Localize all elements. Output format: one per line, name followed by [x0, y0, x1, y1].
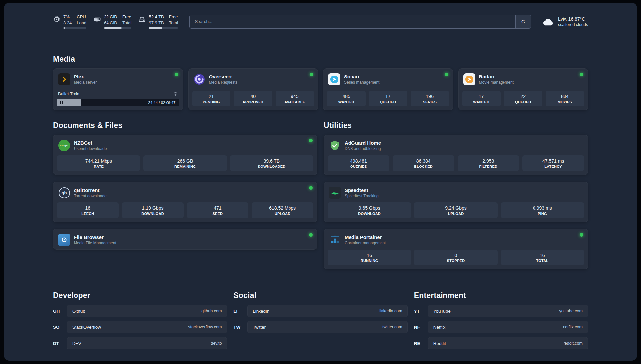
- section-title-media: Media: [53, 55, 588, 64]
- card-header: File Browser Media File Management: [57, 233, 313, 248]
- bookmark-name: DEV: [72, 341, 81, 346]
- stats-row: 485 WANTED 17 QUEUED 196 SERIES: [327, 91, 449, 106]
- bookmark-url: stackoverflow.com: [188, 325, 222, 329]
- app-card-plex[interactable]: Plex Media server Bullet Train: [53, 68, 183, 110]
- metric-labels: Free Total: [122, 15, 131, 25]
- stat-value: 17: [464, 94, 500, 99]
- app-card-speedtest[interactable]: Speedtest Speedtest Tracking 9.65 Gbps D…: [324, 182, 588, 222]
- developer-section: Developer GH Github github.com SO StackO…: [53, 291, 227, 353]
- app-name: File Browser: [74, 234, 116, 240]
- stat-label: QUEUED: [505, 100, 541, 104]
- twitter-code-icon: TW: [233, 325, 247, 330]
- status-dot: [309, 139, 313, 142]
- stat-value: 39.6 TB: [231, 158, 312, 164]
- bookmark-row-twitter: TW Twitter twitter.com: [233, 321, 407, 333]
- speedtest-icon: [329, 187, 341, 199]
- overseerr-icon: [193, 73, 205, 85]
- gear-icon[interactable]: [173, 91, 178, 96]
- social-section: Social LI LinkedIn linkedin.com TW Twitt…: [233, 291, 407, 337]
- cpu-progress-bar: [63, 27, 86, 29]
- bookmark-link-reddit[interactable]: Reddit reddit.com: [428, 337, 588, 349]
- bookmark-link-youtube[interactable]: YouTube youtube.com: [428, 305, 588, 317]
- bookmark-link-linkedin[interactable]: LinkedIn linkedin.com: [247, 305, 407, 317]
- stat-label: AVAILABLE: [277, 100, 313, 104]
- app-card-radarr[interactable]: Radarr Movie management 17 WANTED 22 QUE…: [458, 68, 588, 110]
- ram-total-label: Total: [122, 20, 131, 26]
- bookmark-link-github[interactable]: Github github.com: [67, 305, 227, 317]
- cpu-percent: 7%: [63, 15, 72, 20]
- stat-value: 16: [329, 253, 410, 258]
- app-name: AdGuard Home: [345, 140, 381, 146]
- section-title-social: Social: [233, 291, 407, 300]
- bookmark-url: dev.to: [211, 341, 222, 346]
- stats-row: 9.65 Gbps DOWNLOAD 9.24 Gbps UPLOAD 0.99…: [328, 202, 584, 218]
- stat-tile: 266 GB REMAINING: [143, 155, 227, 171]
- stat-tile: 471 SEED: [187, 202, 249, 218]
- stat-value: 2,953: [459, 158, 518, 164]
- playback-progress-bar[interactable]: 24:44 / 02:06:47: [57, 99, 179, 106]
- stat-tile: 9.24 Gbps UPLOAD: [414, 202, 497, 218]
- media-section: Media Plex Media server: [53, 55, 588, 110]
- stat-value: 40: [235, 94, 271, 99]
- bookmark-link-stackoverflow[interactable]: StackOverflow stackoverflow.com: [67, 321, 227, 333]
- stat-tile: 618.52 Mbps UPLOAD: [252, 202, 313, 218]
- stat-value: 945: [277, 94, 313, 99]
- stat-label: PENDING: [194, 100, 229, 104]
- weather-location: Lviv, 16.87°C: [558, 16, 588, 22]
- cpu-metric: 7% 3.24 CPU Load: [53, 15, 86, 29]
- stat-tile: 0 STOPPED: [414, 250, 497, 265]
- stat-tile: 196 SERIES: [411, 91, 449, 106]
- search-provider-button[interactable]: G: [515, 15, 531, 28]
- search-input[interactable]: [190, 15, 515, 28]
- youtube-code-icon: YT: [414, 309, 428, 314]
- app-card-sonarr[interactable]: Sonarr Series management 485 WANTED 17 Q…: [323, 68, 453, 110]
- bookmark-row-youtube: YT YouTube youtube.com: [414, 305, 588, 317]
- weather-widget: Lviv, 16.87°C scattered clouds: [542, 16, 588, 27]
- linkedin-code-icon: LI: [233, 309, 247, 314]
- stat-label: BLOCKED: [394, 165, 453, 168]
- section-title-entertainment: Entertainment: [414, 291, 588, 300]
- app-name: Speedtest: [345, 187, 379, 193]
- stat-value: 9.65 Gbps: [329, 205, 410, 211]
- bookmark-link-netflix[interactable]: Netflix netflix.com: [428, 321, 588, 333]
- ram-free-value: 22 GiB: [104, 15, 117, 20]
- status-dot: [580, 233, 583, 237]
- stat-value: 0: [415, 253, 496, 258]
- stat-label: WANTED: [464, 100, 500, 104]
- bookmark-link-twitter[interactable]: Twitter twitter.com: [247, 321, 407, 333]
- metric-values: 7% 3.24: [63, 15, 72, 25]
- nzbget-icon: nzbget: [58, 139, 70, 152]
- stat-value: 498,461: [329, 158, 388, 164]
- app-name: Sonarr: [344, 74, 379, 79]
- stats-row: 16 RUNNING 0 STOPPED 16 TOTAL: [328, 250, 584, 265]
- stat-value: 196: [412, 94, 448, 99]
- app-card-filebrowser[interactable]: File Browser Media File Management: [53, 229, 317, 250]
- pause-icon[interactable]: [60, 101, 63, 104]
- search-bar: G: [189, 15, 531, 29]
- stat-label: WANTED: [328, 100, 364, 104]
- stat-value: 485: [328, 94, 364, 99]
- status-dot: [445, 73, 448, 76]
- app-subtitle: Series management: [344, 80, 379, 85]
- stat-tile: 834 MOVIES: [546, 91, 584, 106]
- app-card-portainer[interactable]: Media Portainer Container management 16 …: [324, 229, 588, 269]
- bookmark-row-linkedin: LI LinkedIn linkedin.com: [233, 305, 407, 317]
- app-subtitle: Media server: [74, 80, 97, 85]
- bookmark-row-netflix: NF Netflix netflix.com: [414, 321, 588, 333]
- bookmark-link-dev[interactable]: DEV dev.to: [67, 337, 227, 349]
- utilities-section: Utilities AdGuard Home: [324, 121, 588, 269]
- stat-label: DOWNLOAD: [329, 212, 410, 216]
- app-card-qbittorrent[interactable]: qb qBittorrent Torrent downloader 16: [53, 182, 317, 222]
- cpu-load-value: 3.24: [63, 20, 72, 26]
- bookmark-row-dev: DT DEV dev.to: [53, 337, 227, 349]
- app-card-adguard[interactable]: AdGuard Home DNS and adblocking 498,461 …: [324, 135, 588, 175]
- bookmark-url: twitter.com: [382, 325, 402, 329]
- app-card-nzbget[interactable]: nzbget NZBGet Usenet downloader 744.21 M…: [53, 135, 317, 175]
- github-code-icon: GH: [53, 309, 67, 314]
- metric-labels: CPU Load: [77, 15, 86, 25]
- stackoverflow-code-icon: SO: [53, 325, 67, 330]
- app-card-overseerr[interactable]: Overseerr Media Requests 21 PENDING 40 A…: [188, 68, 318, 110]
- card-header: nzbget NZBGet Usenet downloader: [57, 138, 313, 155]
- app-name: Overseerr: [209, 74, 238, 79]
- bookmark-name: Netflix: [433, 325, 446, 330]
